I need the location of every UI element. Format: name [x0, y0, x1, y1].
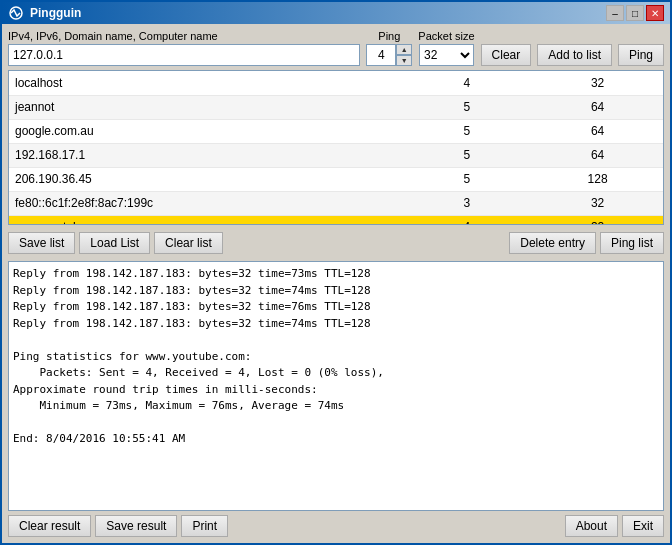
delete-entry-button[interactable]: Delete entry: [509, 232, 596, 254]
top-row: IPv4, IPv6, Domain name, Computer name P…: [8, 30, 664, 66]
packet-cell: 64: [532, 119, 663, 143]
close-button[interactable]: ✕: [646, 5, 664, 21]
host-cell: fe80::6c1f:2e8f:8ac7:199c: [9, 191, 401, 215]
list-actions-row: Save list Load List Clear list Delete en…: [8, 229, 664, 257]
input-label: IPv4, IPv6, Domain name, Computer name: [8, 30, 360, 42]
packet-cell: 64: [532, 143, 663, 167]
packet-size-select[interactable]: 32 64 128 256 512 1024: [419, 44, 474, 66]
load-list-button[interactable]: Load List: [79, 232, 150, 254]
ping-value-input[interactable]: [366, 44, 396, 66]
ping-cell: 4: [401, 215, 532, 225]
list-item[interactable]: 192.168.17.1 5 64: [9, 143, 663, 167]
footer-actions: Clear result Save result Print About Exi…: [8, 515, 664, 537]
host-table: localhost 4 32jeannot 5 64google.com.au …: [9, 71, 663, 225]
ping-decrement-button[interactable]: ▼: [396, 55, 412, 66]
list-item[interactable]: 206.190.36.45 5 128: [9, 167, 663, 191]
list-item[interactable]: www.youtube.com 4 32: [9, 215, 663, 225]
print-button[interactable]: Print: [181, 515, 228, 537]
ping-label: Ping: [378, 30, 400, 42]
result-text: Reply from 198.142.187.183: bytes=32 tim…: [13, 266, 659, 448]
host-cell: jeannot: [9, 95, 401, 119]
host-cell: www.youtube.com: [9, 215, 401, 225]
content-area: IPv4, IPv6, Domain name, Computer name P…: [2, 24, 670, 543]
exit-button[interactable]: Exit: [622, 515, 664, 537]
maximize-button[interactable]: □: [626, 5, 644, 21]
ping-cell: 5: [401, 119, 532, 143]
host-cell: 192.168.17.1: [9, 143, 401, 167]
ping-cell: 5: [401, 143, 532, 167]
ping-cell: 5: [401, 167, 532, 191]
result-area[interactable]: Reply from 198.142.187.183: bytes=32 tim…: [8, 261, 664, 511]
packet-cell: 128: [532, 167, 663, 191]
title-controls: – □ ✕: [606, 5, 664, 21]
title-bar: Pingguin – □ ✕: [2, 2, 670, 24]
ping-cell: 4: [401, 71, 532, 95]
add-to-list-button[interactable]: Add to list: [537, 44, 612, 66]
clear-button[interactable]: Clear: [481, 44, 532, 66]
ping-spinner: ▲ ▼: [366, 44, 412, 66]
list-item[interactable]: localhost 4 32: [9, 71, 663, 95]
packet-cell: 32: [532, 71, 663, 95]
ping-cell: 3: [401, 191, 532, 215]
main-window: Pingguin – □ ✕ IPv4, IPv6, Domain name, …: [0, 0, 672, 545]
host-cell: 206.190.36.45: [9, 167, 401, 191]
minimize-button[interactable]: –: [606, 5, 624, 21]
host-list: localhost 4 32jeannot 5 64google.com.au …: [8, 70, 664, 225]
save-result-button[interactable]: Save result: [95, 515, 177, 537]
input-section: IPv4, IPv6, Domain name, Computer name: [8, 30, 360, 66]
list-item[interactable]: google.com.au 5 64: [9, 119, 663, 143]
ping-button[interactable]: Ping: [618, 44, 664, 66]
packet-cell: 32: [532, 191, 663, 215]
address-input[interactable]: [8, 44, 360, 66]
host-cell: google.com.au: [9, 119, 401, 143]
ping-spinner-buttons: ▲ ▼: [396, 44, 412, 66]
host-cell: localhost: [9, 71, 401, 95]
about-button[interactable]: About: [565, 515, 618, 537]
save-list-button[interactable]: Save list: [8, 232, 75, 254]
ping-increment-button[interactable]: ▲: [396, 44, 412, 55]
list-item[interactable]: fe80::6c1f:2e8f:8ac7:199c 3 32: [9, 191, 663, 215]
list-item[interactable]: jeannot 5 64: [9, 95, 663, 119]
title-bar-left: Pingguin: [8, 5, 81, 21]
ping-list-button[interactable]: Ping list: [600, 232, 664, 254]
clear-list-button[interactable]: Clear list: [154, 232, 223, 254]
title-text: Pingguin: [30, 6, 81, 20]
packet-label: Packet size: [418, 30, 474, 42]
packet-section: Packet size 32 64 128 256 512 1024: [418, 30, 474, 66]
clear-result-button[interactable]: Clear result: [8, 515, 91, 537]
packet-cell: 32: [532, 215, 663, 225]
app-icon: [8, 5, 24, 21]
ping-section: Ping ▲ ▼: [366, 30, 412, 66]
ping-cell: 5: [401, 95, 532, 119]
packet-cell: 64: [532, 95, 663, 119]
